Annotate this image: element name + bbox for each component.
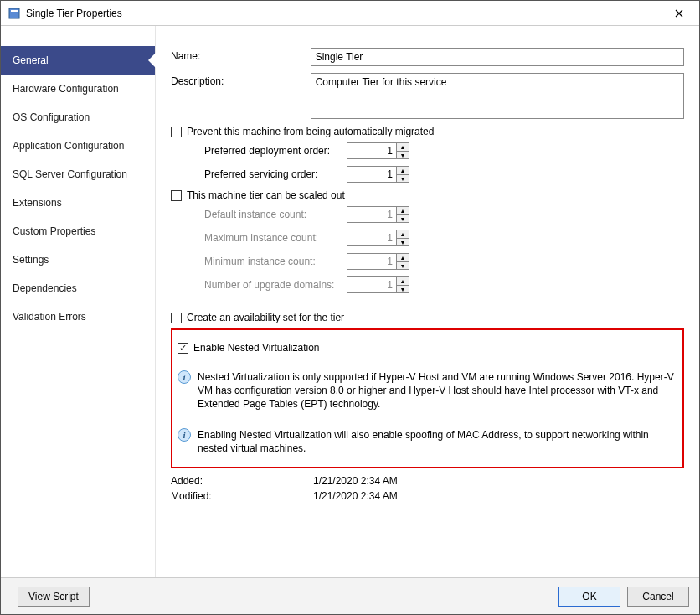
nested-virtualization-section: Enable Nested Virtualization i Nested Vi…: [171, 328, 684, 468]
sidebar-item-general[interactable]: General: [1, 46, 155, 75]
chevron-down-icon: ▼: [397, 261, 409, 269]
preferred-deployment-label: Preferred deployment order:: [171, 142, 347, 157]
close-button[interactable]: [662, 2, 696, 25]
upgrade-domains-spinner: ▲▼: [397, 276, 409, 293]
default-instance-label: Default instance count:: [171, 206, 347, 220]
default-instance-input: [347, 206, 397, 223]
upgrade-domains-input: [347, 276, 397, 293]
added-label: Added:: [171, 475, 313, 487]
chevron-down-icon: ▼: [397, 214, 409, 222]
description-input[interactable]: [311, 73, 684, 119]
chevron-up-icon[interactable]: ▲: [397, 143, 409, 151]
name-input[interactable]: [311, 48, 684, 66]
sidebar-item-custom-properties[interactable]: Custom Properties: [1, 217, 155, 245]
nested-support-info: Nested Virtualization is only supported …: [198, 370, 677, 411]
default-instance-spinner: ▲▼: [397, 206, 409, 223]
chevron-up-icon: ▲: [397, 207, 409, 214]
name-label: Name:: [171, 48, 311, 62]
footer: View Script OK Cancel: [1, 577, 699, 614]
prevent-migration-label: Prevent this machine from being automati…: [187, 126, 434, 137]
maximum-instance-spinner: ▲▼: [397, 230, 409, 246]
upgrade-domains-label: Number of upgrade domains:: [171, 276, 347, 291]
modified-value: 1/21/2020 2:34 AM: [313, 490, 398, 502]
preferred-servicing-input[interactable]: [347, 166, 397, 183]
availability-set-checkbox[interactable]: [171, 313, 182, 323]
preferred-servicing-label: Preferred servicing order:: [171, 166, 347, 180]
chevron-up-icon: ▲: [397, 277, 409, 285]
window-title: Single Tier Properties: [26, 8, 662, 19]
sidebar: General Hardware Configuration OS Config…: [1, 26, 156, 577]
chevron-up-icon[interactable]: ▲: [397, 167, 409, 174]
sidebar-item-settings[interactable]: Settings: [1, 245, 155, 274]
svg-rect-0: [9, 8, 19, 18]
added-value: 1/21/2020 2:34 AM: [313, 475, 398, 487]
dialog-window: Single Tier Properties General Hardware …: [0, 0, 700, 615]
view-script-button[interactable]: View Script: [18, 587, 90, 607]
sidebar-item-extensions[interactable]: Extensions: [1, 189, 155, 217]
dialog-body: General Hardware Configuration OS Config…: [1, 26, 699, 577]
chevron-up-icon: ▲: [397, 230, 409, 238]
preferred-deployment-spinner[interactable]: ▲▼: [397, 142, 409, 159]
maximum-instance-label: Maximum instance count:: [171, 230, 347, 244]
enable-nested-label: Enable Nested Virtualization: [193, 342, 320, 354]
content-panel: Name: Description: Prevent this machine …: [156, 26, 699, 577]
sidebar-item-hardware-configuration[interactable]: Hardware Configuration: [1, 75, 155, 103]
app-icon: [8, 7, 21, 20]
mac-spoofing-info: Enabling Nested Virtualization will also…: [198, 428, 677, 455]
titlebar: Single Tier Properties: [1, 1, 699, 26]
sidebar-item-validation-errors[interactable]: Validation Errors: [1, 302, 155, 331]
cancel-button[interactable]: Cancel: [627, 587, 689, 607]
scale-out-label: This machine tier can be scaled out: [187, 189, 345, 201]
sidebar-item-application-configuration[interactable]: Application Configuration: [1, 132, 155, 160]
minimum-instance-input: [347, 253, 397, 270]
enable-nested-checkbox[interactable]: [178, 343, 188, 354]
chevron-down-icon: ▼: [397, 285, 409, 292]
sidebar-item-sql-server-configuration[interactable]: SQL Server Configuration: [1, 160, 155, 189]
preferred-deployment-input[interactable]: [347, 142, 397, 159]
availability-set-label: Create an availability set for the tier: [187, 312, 344, 323]
prevent-migration-checkbox[interactable]: [171, 127, 182, 137]
info-icon: i: [178, 370, 191, 384]
chevron-down-icon[interactable]: ▼: [397, 174, 409, 182]
scale-out-checkbox[interactable]: [171, 190, 182, 201]
modified-label: Modified:: [171, 490, 313, 502]
chevron-down-icon[interactable]: ▼: [397, 151, 409, 158]
svg-rect-1: [11, 10, 18, 12]
minimum-instance-label: Minimum instance count:: [171, 253, 347, 267]
minimum-instance-spinner: ▲▼: [397, 253, 409, 270]
sidebar-item-dependencies[interactable]: Dependencies: [1, 274, 155, 302]
info-icon: i: [178, 428, 191, 442]
chevron-up-icon: ▲: [397, 254, 409, 261]
sidebar-item-os-configuration[interactable]: OS Configuration: [1, 103, 155, 132]
preferred-servicing-spinner[interactable]: ▲▼: [397, 166, 409, 183]
ok-button[interactable]: OK: [558, 587, 620, 607]
chevron-down-icon: ▼: [397, 238, 409, 245]
description-label: Description:: [171, 73, 311, 87]
maximum-instance-input: [347, 230, 397, 246]
